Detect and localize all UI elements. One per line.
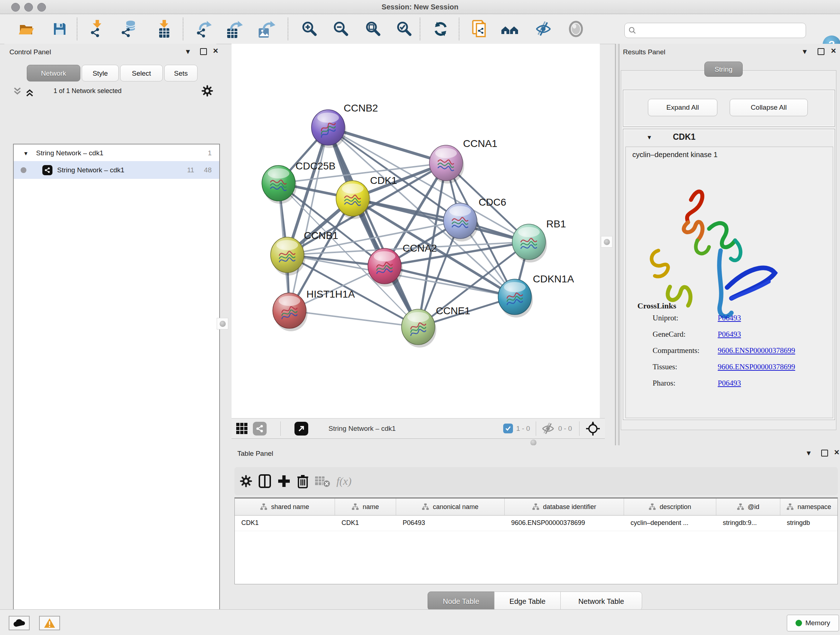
network-node-CDC6[interactable] (444, 203, 478, 241)
results-panel-close-icon[interactable]: ✕ (831, 48, 836, 55)
gene-detail-box: cyclin–dependent kinase 1 CrossLinks (625, 147, 833, 418)
refresh-icon (432, 20, 449, 38)
table-panel-close-icon[interactable]: ✕ (834, 449, 840, 456)
tab-network-table[interactable]: Network Table (561, 592, 642, 610)
zoom-out-button[interactable] (332, 19, 351, 39)
control-panel-float-icon[interactable] (200, 48, 207, 57)
network-node-CCNA1[interactable] (429, 145, 464, 184)
network-node-label: CCNB2 (344, 103, 378, 114)
expand-all-button[interactable]: Expand All (648, 99, 717, 116)
network-edge[interactable] (289, 310, 418, 327)
table-panel-float-icon[interactable] (821, 450, 828, 458)
open-in-new-window-button[interactable] (294, 422, 308, 435)
crosslink-link[interactable]: P06493 (718, 314, 741, 323)
horizontal-splitter-handle[interactable] (531, 440, 537, 446)
crosslink-link[interactable]: P06493 (718, 330, 741, 339)
birdseye-crosshair-icon[interactable] (585, 421, 600, 436)
tab-string[interactable]: String (704, 62, 743, 77)
network-node-CCNE1[interactable] (401, 309, 436, 348)
memory-button[interactable]: Memory (787, 615, 839, 631)
open-session-button[interactable] (17, 19, 35, 39)
tab-sets[interactable]: Sets (164, 65, 197, 81)
selected-nodes-checkbox[interactable] (503, 424, 513, 433)
import-network-icon (88, 20, 106, 38)
zoom-in-button[interactable] (300, 19, 319, 39)
left-splitter-handle[interactable] (217, 318, 228, 329)
network-share-view-icon[interactable] (253, 422, 267, 435)
grid-view-icon[interactable] (235, 422, 248, 435)
footer-separator (579, 421, 579, 436)
crosslink-link[interactable]: P06493 (718, 379, 741, 388)
tab-edge-table[interactable]: Edge Table (494, 592, 561, 610)
delete-column-trash-icon[interactable] (297, 474, 309, 488)
vertical-divider[interactable] (615, 44, 619, 445)
table-panel-collapse-icon[interactable]: ▼ (805, 450, 812, 457)
lens-button[interactable] (567, 19, 585, 39)
network-node-count: 11 (187, 166, 194, 174)
export-network-button[interactable] (195, 19, 213, 39)
import-network-database-button[interactable] (119, 19, 138, 39)
right-splitter-handle[interactable] (601, 236, 613, 248)
export-table-button[interactable] (226, 19, 245, 39)
save-session-button[interactable] (50, 19, 69, 39)
network-edge[interactable] (289, 127, 328, 310)
table-row[interactable]: CDK1 CDK1 P06493 9606.ENSP00000378699 cy… (235, 516, 837, 531)
column-header[interactable]: description (624, 499, 716, 515)
network-row[interactable]: String Network – cdk1 11 48 (14, 161, 219, 179)
network-node-CDC25B[interactable] (262, 165, 297, 204)
hidden-eye-icon[interactable] (541, 422, 555, 435)
network-options-gear-icon[interactable] (201, 85, 213, 98)
column-header[interactable]: namespace (780, 499, 837, 515)
cloud-button[interactable] (9, 616, 30, 630)
tab-network[interactable]: Network (27, 65, 80, 81)
zoom-selected-button[interactable] (395, 19, 414, 39)
string-import-button[interactable] (470, 19, 489, 39)
tree-expander-icon[interactable]: ▼ (23, 150, 28, 157)
results-panel-collapse-icon[interactable]: ▼ (801, 48, 808, 55)
table-options-gear-icon[interactable] (240, 475, 253, 488)
tab-style[interactable]: Style (82, 65, 118, 81)
tab-node-table[interactable]: Node Table (428, 592, 494, 610)
export-image-button[interactable] (257, 19, 276, 39)
hide-unhide-button[interactable] (534, 19, 553, 39)
main-toolbar: ? (0, 14, 840, 44)
network-node-CDKN1A[interactable] (498, 279, 533, 318)
zoom-out-icon (332, 20, 350, 38)
function-builder-fx-icon[interactable]: f(x) (336, 475, 352, 487)
column-header[interactable]: name (335, 499, 396, 515)
crosslink-link[interactable]: 9606.ENSP00000378699 (718, 346, 795, 355)
search-field[interactable] (624, 23, 806, 38)
collapse-all-button[interactable]: Collapse All (729, 99, 808, 116)
network-tree: ▼ String Network – cdk1 1 String Network… (13, 144, 220, 635)
network-node-CCNB2[interactable] (311, 110, 346, 148)
column-header[interactable]: canonical name (396, 499, 505, 515)
network-node-label: CDK1 (370, 175, 397, 186)
home-networks-button[interactable] (501, 19, 519, 39)
column-header[interactable]: shared name (235, 499, 335, 515)
warnings-button[interactable] (39, 616, 60, 630)
network-node-CDK1[interactable] (336, 181, 371, 219)
network-node-label: CDKN1A (533, 273, 574, 285)
crosslink-link[interactable]: 9606.ENSP00000378699 (718, 363, 795, 371)
add-column-icon[interactable] (277, 474, 291, 488)
results-panel-float-icon[interactable] (818, 48, 824, 57)
import-network-file-button[interactable] (88, 19, 106, 39)
apply-layout-button[interactable] (431, 19, 450, 39)
control-panel-close-icon[interactable]: ✕ (213, 48, 218, 55)
tab-select[interactable]: Select (120, 65, 163, 81)
network-node-RB1[interactable] (512, 224, 547, 263)
crosslink-label: Pharos: (653, 379, 676, 388)
network-node-HIST1H1A[interactable] (273, 293, 308, 331)
import-table-button[interactable] (155, 19, 174, 39)
zoom-fit-button[interactable] (364, 19, 383, 39)
gene-section-expander-icon[interactable]: ▼ (646, 134, 652, 141)
control-panel-collapse-icon[interactable]: ▼ (185, 48, 191, 55)
column-header[interactable]: database identifier (505, 499, 624, 515)
network-collection-row[interactable]: ▼ String Network – cdk1 1 (14, 145, 219, 161)
search-input[interactable] (636, 27, 802, 35)
footer-separator (536, 421, 536, 436)
show-columns-icon[interactable] (258, 474, 271, 488)
delete-table-icon[interactable] (315, 475, 331, 488)
column-header[interactable]: @id (716, 499, 780, 515)
gene-name: CDK1 (673, 132, 696, 142)
